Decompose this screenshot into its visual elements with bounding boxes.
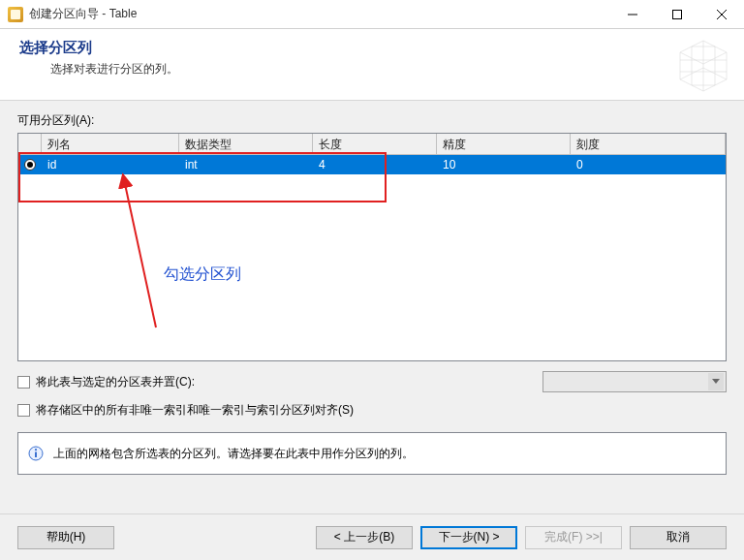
cell-type: int (179, 158, 313, 171)
table-row[interactable]: id int 4 10 0 (18, 155, 726, 174)
content-area: 可用分区列(A): 列名 数据类型 长度 精度 刻度 id int 4 10 0… (0, 101, 744, 513)
minimize-button[interactable] (610, 0, 655, 29)
col-header-precision[interactable]: 精度 (437, 134, 571, 154)
col-header-scale[interactable]: 刻度 (571, 134, 726, 154)
row-radio[interactable] (18, 159, 42, 171)
svg-rect-1 (673, 10, 682, 18)
col-header-type[interactable]: 数据类型 (179, 134, 313, 154)
col-header-length[interactable]: 长度 (313, 134, 437, 154)
wizard-footer: 帮助(H) < 上一步(B) 下一步(N) > 完成(F) >>| 取消 (0, 513, 744, 560)
page-title: 选择分区列 (19, 39, 725, 57)
cell-scale: 0 (571, 158, 726, 171)
align-indexes-checkbox[interactable] (17, 404, 30, 417)
annotation-arrow-icon (115, 172, 193, 337)
chevron-down-icon (708, 373, 724, 390)
collocate-option: 将此表与选定的分区表并置(C): (17, 371, 727, 392)
wizard-header: 选择分区列 选择对表进行分区的列。 (0, 29, 744, 101)
cell-precision: 10 (437, 158, 571, 171)
header-graphic-icon (674, 37, 732, 95)
info-panel: 上面的网格包含所选表的分区列。请选择要在此表中用作分区列的列。 (17, 432, 727, 475)
cell-length: 4 (313, 158, 437, 171)
grid-header: 列名 数据类型 长度 精度 刻度 (18, 134, 726, 155)
partition-columns-grid[interactable]: 列名 数据类型 长度 精度 刻度 id int 4 10 0 勾选分区列 (17, 133, 727, 361)
collocate-label: 将此表与选定的分区表并置(C): (36, 374, 195, 390)
next-button[interactable]: 下一步(N) > (420, 526, 517, 549)
info-icon (28, 446, 44, 461)
close-button[interactable] (699, 0, 744, 29)
titlebar: 创建分区向导 - Table (0, 0, 744, 29)
collocate-checkbox[interactable] (17, 376, 30, 389)
info-text: 上面的网格包含所选表的分区列。请选择要在此表中用作分区列的列。 (53, 446, 414, 462)
back-button[interactable]: < 上一步(B) (316, 526, 413, 549)
svg-point-7 (35, 449, 37, 451)
page-subtitle: 选择对表进行分区的列。 (50, 61, 725, 78)
finish-button: 完成(F) >>| (525, 526, 622, 549)
grid-label: 可用分区列(A): (17, 112, 727, 129)
maximize-button[interactable] (655, 0, 699, 29)
help-button[interactable]: 帮助(H) (17, 526, 114, 549)
collocate-combo[interactable] (542, 371, 727, 392)
window-title: 创建分区向导 - Table (29, 6, 610, 22)
align-indexes-label: 将存储区中的所有非唯一索引和唯一索引与索引分区列对齐(S) (36, 402, 354, 419)
app-icon (8, 7, 23, 22)
svg-rect-6 (35, 452, 37, 458)
cancel-button[interactable]: 取消 (630, 526, 727, 549)
col-header-name[interactable]: 列名 (42, 134, 179, 154)
align-indexes-option: 将存储区中的所有非唯一索引和唯一索引与索引分区列对齐(S) (17, 402, 727, 419)
cell-name: id (42, 158, 179, 171)
svg-line-4 (125, 184, 156, 327)
